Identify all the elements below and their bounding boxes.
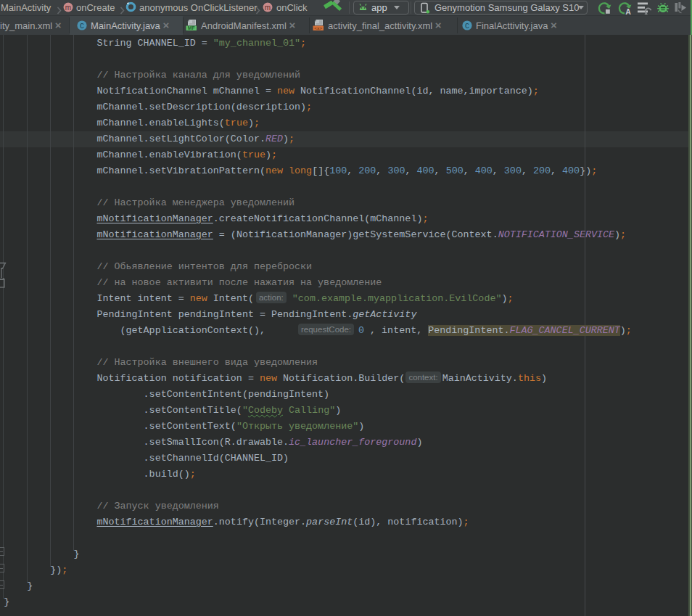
- svg-text:MF: MF: [188, 25, 195, 30]
- svg-text:C: C: [465, 22, 469, 30]
- svg-text:m: m: [65, 4, 71, 12]
- svg-text:C: C: [80, 22, 84, 30]
- svg-text:A: A: [625, 7, 631, 15]
- svg-text:m: m: [265, 4, 271, 12]
- svg-text:<x>: <x>: [314, 25, 322, 30]
